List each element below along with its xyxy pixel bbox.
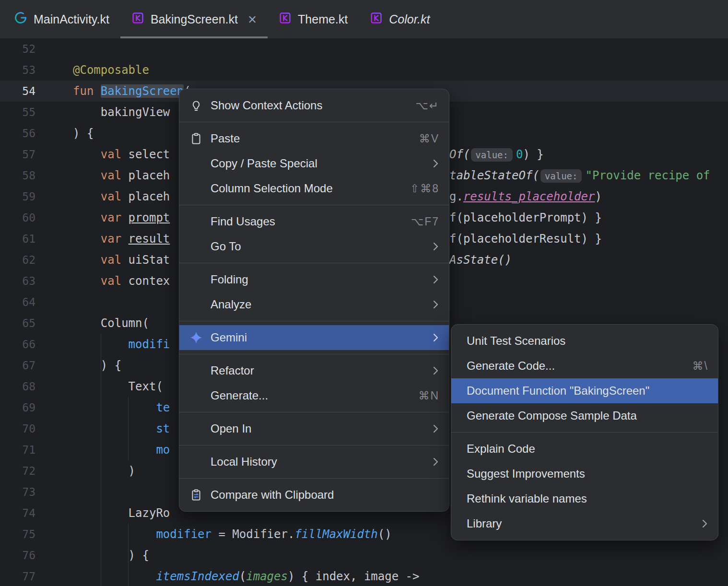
- menu-item-refactor[interactable]: Refactor: [179, 358, 449, 383]
- tab-bakingscreen-kt[interactable]: BakingScreen.kt×: [120, 0, 268, 38]
- kotlin-icon: [370, 12, 383, 27]
- code-text: f(placeholderResult) }: [449, 228, 602, 249]
- code-token: val: [101, 274, 129, 288]
- menu-item-compare-with-clipboard[interactable]: Compare with Clipboard: [179, 482, 449, 507]
- line-number[interactable]: 66: [0, 334, 35, 355]
- line-number[interactable]: 73: [0, 481, 35, 503]
- menu-item-rethink-variable-names[interactable]: Rethink variable names: [451, 486, 718, 511]
- code-token: bakingView: [101, 105, 170, 119]
- code-token: val: [101, 169, 129, 182]
- menu-separator: [179, 354, 449, 354]
- shortcut-hint: ⌘V: [419, 132, 439, 145]
- code-token: LazyRo: [129, 506, 170, 520]
- line-number[interactable]: 57: [0, 144, 35, 165]
- code-token: @Composable: [73, 63, 149, 77]
- menu-item-label: Copy / Paste Special: [211, 157, 420, 170]
- line-number[interactable]: 74: [0, 503, 35, 524]
- menu-item-label: Local History: [211, 455, 420, 469]
- line-number[interactable]: 62: [0, 249, 35, 270]
- code-token: itemsIndexed: [156, 570, 239, 583]
- code-token: f(placeholderPrompt) }: [449, 211, 602, 224]
- code-line-52[interactable]: 52: [0, 38, 728, 59]
- menu-item-show-context-actions[interactable]: Show Context Actions⌥↵: [179, 93, 449, 118]
- tab-theme-kt[interactable]: Theme.kt: [268, 0, 359, 38]
- line-number[interactable]: 67: [0, 355, 35, 376]
- tab-color-kt[interactable]: Color.kt: [359, 0, 441, 38]
- menu-item-suggest-improvements[interactable]: Suggest Improvements: [451, 461, 718, 486]
- menu-item-label: Explain Code: [467, 442, 708, 456]
- shortcut-hint: ⇧⌘8: [410, 182, 439, 195]
- line-number[interactable]: 68: [0, 376, 35, 397]
- line-number[interactable]: 75: [0, 524, 35, 545]
- code-text: val contex: [73, 270, 170, 292]
- line-number[interactable]: 63: [0, 270, 35, 292]
- menu-item-generate[interactable]: Generate...⌘N: [179, 383, 449, 408]
- menu-item-document-function-bakingscreen[interactable]: Document Function "BakingScreen": [451, 378, 718, 403]
- code-token: val: [101, 190, 129, 203]
- menu-item-label: Show Context Actions: [211, 99, 403, 112]
- menu-item-library[interactable]: Library: [451, 511, 718, 536]
- menu-icon-spacer: [189, 214, 203, 229]
- menu-item-folding[interactable]: Folding: [179, 267, 449, 292]
- line-number[interactable]: 72: [0, 460, 35, 481]
- line-number[interactable]: 58: [0, 165, 35, 186]
- menu-item-copy-paste-special[interactable]: Copy / Paste Special: [179, 151, 449, 176]
- menu-icon-spacer: [189, 156, 203, 171]
- menu-item-gemini[interactable]: Gemini: [179, 325, 449, 350]
- line-number[interactable]: 70: [0, 418, 35, 439]
- code-token: te: [156, 401, 170, 414]
- line-number[interactable]: 69: [0, 397, 35, 418]
- line-number[interactable]: 65: [0, 313, 35, 334]
- menu-item-open-in[interactable]: Open In: [179, 416, 449, 441]
- line-number[interactable]: 61: [0, 228, 35, 249]
- line-number[interactable]: 52: [0, 38, 35, 59]
- menu-item-local-history[interactable]: Local History: [179, 449, 449, 474]
- code-text: var prompt: [73, 207, 170, 228]
- line-number[interactable]: 59: [0, 186, 35, 207]
- code-line-76[interactable]: 76 ) {: [0, 545, 728, 566]
- code-line-53[interactable]: 53@Composable: [0, 59, 728, 81]
- line-number[interactable]: 56: [0, 123, 35, 144]
- menu-separator: [179, 263, 449, 263]
- chevron-right-icon: [432, 423, 439, 434]
- line-number[interactable]: 54: [0, 81, 35, 102]
- menu-item-find-usages[interactable]: Find Usages⌥F7: [179, 209, 449, 234]
- menu-item-generate-code[interactable]: Generate Code...⌘\: [451, 353, 718, 378]
- menu-item-go-to[interactable]: Go To: [179, 234, 449, 259]
- line-number[interactable]: 53: [0, 59, 35, 81]
- line-number[interactable]: 55: [0, 102, 35, 123]
- code-text: Text(: [73, 376, 163, 397]
- tab-label: BakingScreen.kt: [151, 12, 238, 26]
- menu-separator: [179, 445, 449, 445]
- menu-icon-spacer: [189, 422, 203, 436]
- line-number[interactable]: 64: [0, 292, 35, 313]
- code-token: mo: [156, 443, 170, 457]
- code-text: fun BakingScreen(: [73, 81, 191, 102]
- menu-item-analyze[interactable]: Analyze: [179, 292, 449, 317]
- menu-item-explain-code[interactable]: Explain Code: [451, 436, 718, 461]
- code-token: tableStateOf(: [449, 169, 540, 182]
- shortcut-hint: ⌥F7: [411, 215, 439, 228]
- menu-icon-spacer: [189, 388, 203, 403]
- menu-item-column-selection-mode[interactable]: Column Selection Mode⇧⌘8: [179, 176, 449, 201]
- activity-icon: [14, 11, 27, 27]
- line-number[interactable]: 60: [0, 207, 35, 228]
- line-number[interactable]: 71: [0, 439, 35, 460]
- menu-item-unit-test-scenarios[interactable]: Unit Test Scenarios: [451, 328, 718, 353]
- menu-icon-spacer: [189, 181, 203, 196]
- menu-item-generate-compose-sample-data[interactable]: Generate Compose Sample Data: [451, 403, 718, 428]
- menu-item-paste[interactable]: Paste⌘V: [179, 126, 449, 151]
- code-token: val: [101, 148, 129, 161]
- code-text: Of(value:0) }: [449, 144, 544, 165]
- tab-mainactivity-kt[interactable]: MainActivity.kt: [3, 0, 120, 38]
- chevron-right-icon: [432, 299, 439, 310]
- close-tab-icon[interactable]: ×: [248, 12, 257, 27]
- menu-icon-spacer: [189, 297, 203, 312]
- gemini-sparkle-icon: [189, 330, 203, 345]
- shortcut-hint: ⌘\: [693, 360, 708, 373]
- menu-item-label: Rethink variable names: [467, 492, 708, 505]
- code-line-77[interactable]: 77 itemsIndexed(images) { index, image -…: [0, 566, 728, 586]
- line-number[interactable]: 76: [0, 545, 35, 566]
- line-number[interactable]: 77: [0, 566, 35, 586]
- menu-item-label: Analyze: [211, 298, 420, 311]
